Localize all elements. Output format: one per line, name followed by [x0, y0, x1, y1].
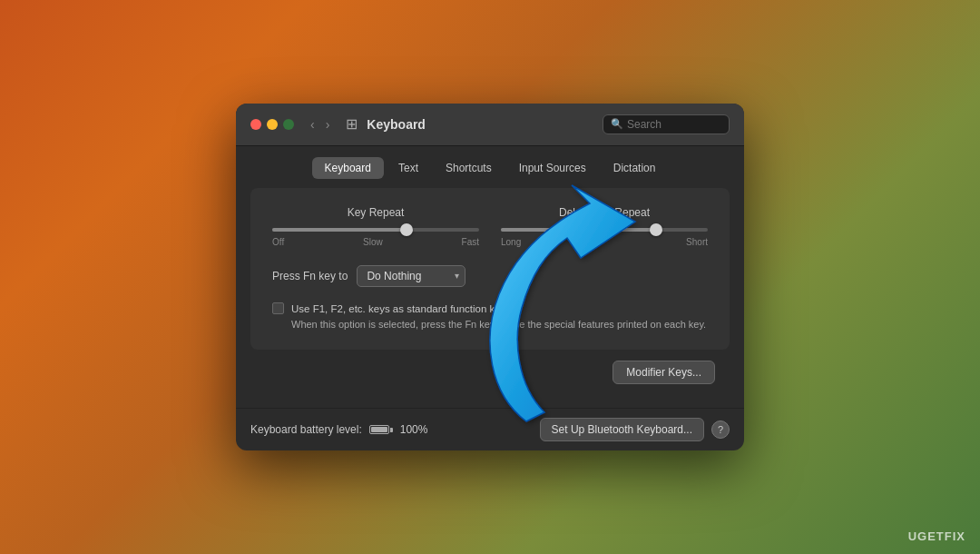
key-repeat-fast-label: Fast — [462, 237, 479, 247]
battery-row: Keyboard battery level: 100% — [250, 423, 427, 436]
key-repeat-fill — [272, 228, 407, 232]
fn-key-dropdown[interactable]: Do Nothing ▾ — [357, 265, 466, 287]
title-bar: ‹ › ⊞ Keyboard 🔍 — [236, 104, 744, 146]
modifier-keys-button[interactable]: Modifier Keys... — [612, 361, 715, 384]
key-repeat-off-label: Off — [272, 237, 284, 247]
function-keys-sub: When this option is selected, press the … — [291, 317, 706, 332]
nav-arrows: ‹ › — [307, 115, 333, 134]
tab-input-sources[interactable]: Input Sources — [506, 157, 599, 179]
watermark: UGETFIX — [908, 529, 965, 543]
function-keys-text: Use F1, F2, etc. keys as standard functi… — [291, 302, 706, 332]
key-repeat-label: Key Repeat — [272, 206, 479, 219]
search-input[interactable] — [627, 118, 721, 131]
key-repeat-scale: Off Slow Fast — [272, 237, 479, 247]
content-area: Keyboard Text Shortcuts Input Sources Di… — [236, 146, 744, 400]
battery-label: Keyboard battery level: — [250, 423, 362, 436]
key-repeat-track[interactable] — [272, 228, 479, 232]
close-button[interactable] — [250, 119, 261, 130]
tab-dictation[interactable]: Dictation — [601, 157, 669, 179]
delay-repeat-long-label: Long — [501, 237, 521, 247]
minimize-button[interactable] — [267, 119, 278, 130]
function-keys-main: Use F1, F2, etc. keys as standard functi… — [291, 302, 706, 317]
fn-key-row: Press Fn key to Do Nothing ▾ — [272, 265, 708, 287]
forward-arrow-icon[interactable]: › — [322, 115, 334, 134]
footer-right: Set Up Bluetooth Keyboard... ? — [540, 418, 730, 441]
key-repeat-thumb[interactable] — [400, 223, 413, 236]
sliders-section: Key Repeat Off Slow Fast Delay Until Rep… — [272, 206, 708, 247]
battery-cap — [390, 428, 393, 432]
delay-repeat-thumb[interactable] — [650, 223, 662, 236]
window-title: Keyboard — [367, 117, 593, 132]
battery-icon — [369, 425, 393, 434]
traffic-lights — [250, 119, 294, 130]
back-arrow-icon[interactable]: ‹ — [307, 115, 318, 134]
battery-percent: 100% — [400, 423, 428, 436]
tab-bar: Keyboard Text Shortcuts Input Sources Di… — [250, 146, 730, 188]
delay-repeat-fill — [501, 228, 656, 232]
fn-key-value: Do Nothing — [367, 270, 421, 282]
battery-body — [369, 425, 389, 434]
footer: Keyboard battery level: 100% Set Up Blue… — [236, 408, 744, 450]
maximize-button[interactable] — [283, 119, 294, 130]
keyboard-panel: Key Repeat Off Slow Fast Delay Until Rep… — [250, 188, 730, 351]
grid-icon[interactable]: ⊞ — [346, 115, 358, 133]
search-box[interactable]: 🔍 — [603, 114, 730, 134]
delay-repeat-group: Delay Until Repeat Long Short — [501, 206, 708, 247]
bluetooth-setup-button[interactable]: Set Up Bluetooth Keyboard... — [540, 418, 704, 441]
key-repeat-slow-label: Slow — [363, 237, 383, 247]
help-button[interactable]: ? — [711, 420, 730, 439]
delay-repeat-track[interactable] — [501, 228, 708, 232]
tab-shortcuts[interactable]: Shortcuts — [433, 157, 505, 179]
dropdown-arrow-icon: ▾ — [455, 271, 459, 281]
tab-text[interactable]: Text — [386, 157, 431, 179]
delay-repeat-short-label: Short — [686, 237, 708, 247]
function-keys-checkbox[interactable] — [272, 302, 284, 314]
key-repeat-group: Key Repeat Off Slow Fast — [272, 206, 479, 247]
modifier-keys-bar: Modifier Keys... — [250, 350, 730, 384]
tab-keyboard[interactable]: Keyboard — [312, 157, 384, 179]
function-keys-row: Use F1, F2, etc. keys as standard functi… — [272, 302, 708, 332]
delay-repeat-label: Delay Until Repeat — [501, 206, 708, 219]
battery-fill — [371, 427, 387, 432]
delay-repeat-scale: Long Short — [501, 237, 708, 247]
fn-key-label: Press Fn key to — [272, 270, 348, 282]
search-icon: 🔍 — [611, 118, 623, 130]
keyboard-preferences-window: ‹ › ⊞ Keyboard 🔍 Keyboard Text Shortcuts… — [236, 104, 744, 451]
